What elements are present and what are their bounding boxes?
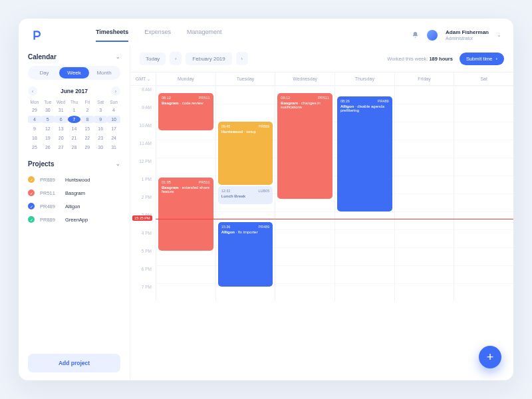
calendar-day[interactable]: 8 xyxy=(80,116,94,123)
calendar-day[interactable]: 28 xyxy=(68,144,81,151)
calendar-event[interactable]: 08:12PR511Basgram · changes in notificat… xyxy=(277,93,332,199)
project-item[interactable]: ✓PR489Alligon xyxy=(28,200,120,213)
day-header: Monday xyxy=(156,72,215,85)
calendar-day[interactable]: 29 xyxy=(80,144,94,151)
calendar-day[interactable]: 17 xyxy=(107,125,120,132)
projects-section-header: Projects ⌄ xyxy=(28,160,120,168)
day-header: Wednesday xyxy=(275,72,334,85)
calendar-day[interactable]: 20 xyxy=(55,134,68,142)
calendar-day[interactable]: 9 xyxy=(94,116,107,123)
chevron-down-icon[interactable]: ⌄ xyxy=(116,161,120,167)
calendar-day[interactable]: 26 xyxy=(41,144,55,151)
worked-hours-label: Worked this week: 189 hours xyxy=(387,56,453,62)
view-month[interactable]: Month xyxy=(89,67,119,78)
project-item[interactable]: ✓PR889GreenApp xyxy=(28,213,120,226)
now-indicator: 15:25 PM xyxy=(156,219,215,219)
calendar-event[interactable]: 12:32LUB05Lunch Break xyxy=(218,186,273,204)
calendar-day[interactable]: 31 xyxy=(55,106,68,114)
bell-icon[interactable] xyxy=(412,31,419,39)
calendar-day[interactable]: 21 xyxy=(68,134,81,142)
calendar-event[interactable]: 01:05PR511Basgram · extended share featu… xyxy=(158,178,213,251)
day-header: Thursday xyxy=(334,72,394,85)
today-button[interactable]: Today xyxy=(140,53,166,65)
prev-month-button[interactable]: ‹ xyxy=(28,86,37,96)
calendar-event[interactable]: 09:45PR889Huntswood · setup xyxy=(218,122,273,185)
next-month-button[interactable]: › xyxy=(111,86,120,96)
view-week[interactable]: Week xyxy=(59,67,89,78)
calendar-day[interactable]: 18 xyxy=(28,134,41,142)
chevron-down-icon[interactable]: ⌄ xyxy=(116,54,120,60)
calendar-day[interactable]: 3 xyxy=(94,106,107,114)
calendar-day[interactable]: 22 xyxy=(80,134,94,142)
app-logo xyxy=(31,29,43,41)
calendar-day[interactable]: 31 xyxy=(107,144,120,151)
calendar-day[interactable]: 27 xyxy=(55,144,68,151)
calendar-event[interactable]: 08:12PR511Basgram · code review xyxy=(158,93,213,131)
day-column[interactable] xyxy=(394,86,454,301)
calendar-day[interactable]: 6 xyxy=(55,116,68,123)
check-icon: ✓ xyxy=(28,190,35,196)
calendar-day[interactable]: 2 xyxy=(80,106,94,114)
day-column[interactable]: 08:26PR489Alligon · disable agenda prefi… xyxy=(334,86,394,301)
calendar-day[interactable]: 30 xyxy=(94,144,107,151)
calendar-day[interactable]: 13 xyxy=(55,125,68,132)
check-icon: ✓ xyxy=(28,203,35,209)
check-icon: ✓ xyxy=(28,176,35,183)
date-range-label[interactable]: Febuary 2019 xyxy=(186,53,231,65)
calendar-day[interactable]: 4 xyxy=(107,106,120,114)
day-column[interactable]: 08:12PR511Basgram · changes in notificat… xyxy=(275,86,334,301)
tab-management[interactable]: Management xyxy=(187,29,222,42)
day-column[interactable] xyxy=(454,86,513,301)
tab-timesheets[interactable]: Timesheets xyxy=(96,29,128,42)
next-week-button[interactable]: › xyxy=(236,52,248,65)
calendar-day[interactable]: 19 xyxy=(41,134,55,142)
chevron-down-icon[interactable]: ⌄ xyxy=(497,32,501,38)
calendar-day[interactable]: 1 xyxy=(68,106,81,114)
calendar-day[interactable]: 24 xyxy=(107,134,120,142)
calendar-event[interactable]: 15:36PR489Alligon · fix importer xyxy=(218,222,273,287)
calendar-day[interactable]: 23 xyxy=(94,134,107,142)
tab-expenses[interactable]: Expenses xyxy=(144,29,171,42)
calendar-section-header: Calendar ⌄ xyxy=(28,53,120,61)
view-day[interactable]: Day xyxy=(29,67,59,78)
day-header: Tuesday xyxy=(215,72,275,85)
day-column[interactable]: 09:45PR889Huntswood · setup12:32LUB05Lun… xyxy=(215,86,275,301)
calendar-day[interactable]: 16 xyxy=(94,125,107,132)
submit-time-button[interactable]: Submit time› xyxy=(460,53,504,65)
calendar-day[interactable]: 30 xyxy=(41,106,55,114)
day-header: Friday xyxy=(394,72,454,85)
project-item[interactable]: ✓PR889Huntswood xyxy=(28,173,120,186)
main-tabs: Timesheets Expenses Management xyxy=(96,29,221,42)
project-item[interactable]: ✓PR511Basgram xyxy=(28,186,120,200)
calendar-day[interactable]: 15 xyxy=(80,125,94,132)
view-toggle: Day Week Month xyxy=(28,66,120,80)
day-column[interactable]: 08:12PR511Basgram · code review01:05PR51… xyxy=(156,86,215,301)
prev-week-button[interactable]: ‹ xyxy=(170,52,182,65)
fab-add-button[interactable]: + xyxy=(479,346,501,368)
day-header: Sat xyxy=(454,72,513,85)
avatar[interactable] xyxy=(427,30,438,41)
calendar-day[interactable]: 14 xyxy=(68,125,81,132)
calendar-day[interactable]: 12 xyxy=(41,125,55,132)
check-icon: ✓ xyxy=(28,216,35,223)
calendar-day[interactable]: 29 xyxy=(28,106,41,114)
calendar-day[interactable]: 4 xyxy=(28,116,41,123)
calendar-day[interactable]: 5 xyxy=(41,116,55,123)
calendar-day[interactable]: 25 xyxy=(28,144,41,151)
calendar-day[interactable]: 7 xyxy=(68,116,81,123)
timezone-label[interactable]: GMT⌄ xyxy=(130,72,156,85)
calendar-day[interactable]: 9 xyxy=(28,125,41,132)
calendar-event[interactable]: 08:26PR489Alligon · disable agenda prefi… xyxy=(337,96,392,211)
month-title: June 2017 xyxy=(61,88,88,94)
calendar-day[interactable]: 10 xyxy=(107,116,120,123)
add-project-button[interactable]: Add project xyxy=(28,354,120,372)
user-menu[interactable]: Adam Fisherman Administrator xyxy=(446,29,489,41)
